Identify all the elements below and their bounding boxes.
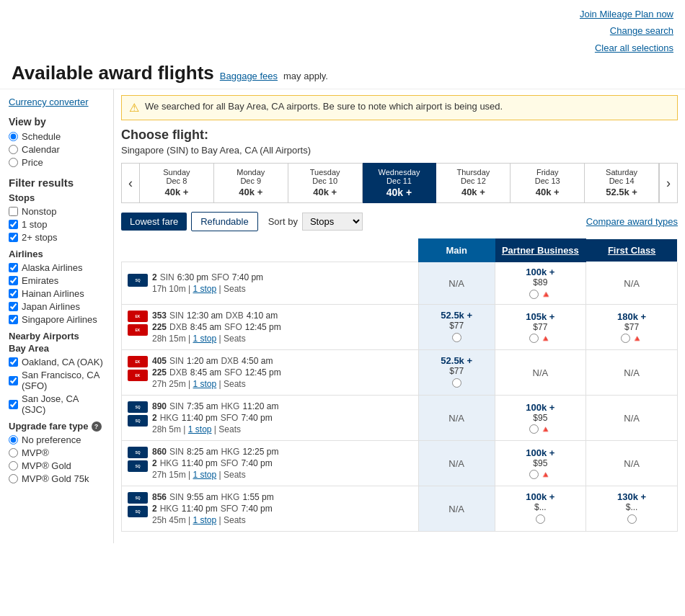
flight-meta-3: 27h 25m | 1 stop | Seats bbox=[152, 379, 281, 389]
price-str: 40k + bbox=[365, 187, 434, 198]
route-text: Singapore (SIN) to Bay Area, CA (All Air… bbox=[121, 145, 678, 156]
partner-price-6[interactable]: 100k + $... bbox=[495, 486, 586, 532]
radio-circle[interactable] bbox=[627, 514, 637, 524]
date-str: Dec 10 bbox=[291, 177, 360, 185]
baggage-fees-link[interactable]: Baggage fees bbox=[220, 71, 278, 81]
view-calendar[interactable]: Calendar bbox=[9, 144, 105, 155]
main-price-3[interactable]: 52.5k + $77 bbox=[418, 350, 495, 396]
airline-logo-sg7: SQ bbox=[128, 492, 148, 504]
th-first-class[interactable]: First Class bbox=[586, 239, 678, 262]
compare-award-types-link[interactable]: Compare award types bbox=[586, 216, 678, 227]
filter-1stop[interactable]: 1 stop bbox=[9, 219, 105, 230]
date-str: Dec 14 bbox=[587, 177, 656, 185]
view-schedule[interactable]: Schedule bbox=[9, 131, 105, 142]
radio-circle[interactable] bbox=[529, 424, 539, 434]
main-price-1: N/A bbox=[418, 262, 495, 305]
date-cell-thu[interactable]: Thursday Dec 12 40k + bbox=[436, 163, 511, 203]
date-cell-sat[interactable]: Saturday Dec 14 52.5k + bbox=[585, 163, 659, 203]
warning-text: We searched for all Bay Area, CA airport… bbox=[145, 101, 503, 112]
prev-date-arrow[interactable]: ‹ bbox=[121, 163, 140, 203]
upgrade-no-pref[interactable]: No preference bbox=[9, 434, 105, 445]
view-price[interactable]: Price bbox=[9, 157, 105, 168]
first-price-5: N/A bbox=[586, 441, 678, 486]
filter-oak[interactable]: Oakland, CA (OAK) bbox=[9, 357, 105, 367]
upgrade-mvp-gold[interactable]: MVP® Gold bbox=[9, 460, 105, 471]
flight-info-5: SQ SQ 860 SIN 8:25 am bbox=[122, 441, 419, 486]
partner-price-4[interactable]: 100k + $95 🔺 bbox=[495, 396, 586, 441]
th-main[interactable]: Main bbox=[418, 239, 495, 262]
radio-circle[interactable] bbox=[529, 334, 539, 343]
refundable-button[interactable]: Refundable bbox=[191, 212, 258, 231]
flight-details-6: 856 SIN 9:55 am HKG 1:55 pm 2 HKG 11:40 bbox=[152, 492, 274, 525]
flight-info-1: SQ 2 SIN 6:30 pm SFO 7:40 pm bbox=[122, 262, 419, 305]
flight-row-2: EK EK 353 SIN 12:30 am bbox=[122, 305, 678, 350]
upgrade-icon: 🔺 bbox=[540, 424, 551, 434]
flight-row-6: SQ SQ 856 SIN 9:55 am bbox=[122, 486, 678, 532]
airlines-label: Airlines bbox=[9, 249, 105, 259]
partner-price-5[interactable]: 100k + $95 🔺 bbox=[495, 441, 586, 486]
flight-row-3: EK EK 405 SIN 1:20 am bbox=[122, 350, 678, 396]
filter-singapore[interactable]: Singapore Airlines bbox=[9, 314, 105, 325]
filter-2plus-stops[interactable]: 2+ stops bbox=[9, 232, 105, 243]
info-icon[interactable]: ? bbox=[92, 421, 102, 432]
flight-info-6: SQ SQ 856 SIN 9:55 am bbox=[122, 486, 419, 532]
filter-sjc[interactable]: San Jose, CA (SJC) bbox=[9, 393, 105, 415]
radio-circle[interactable] bbox=[529, 470, 539, 479]
date-cell-mon[interactable]: Monday Dec 9 40k + bbox=[214, 163, 288, 203]
date-str: Dec 8 bbox=[142, 177, 211, 185]
airline-logo-sg3: SQ bbox=[128, 401, 148, 413]
airline-logo-sg6: SQ bbox=[128, 460, 148, 472]
date-cell-wed-active[interactable]: Wednesday Dec 11 40k + bbox=[363, 163, 437, 203]
stops-label: Stops bbox=[9, 192, 105, 203]
filters-row: Lowest fare Refundable Sort by Stops Pri… bbox=[121, 212, 678, 231]
day-name: Friday bbox=[513, 168, 582, 177]
filter-japan[interactable]: Japan Airlines bbox=[9, 301, 105, 312]
date-cell-fri[interactable]: Friday Dec 13 40k + bbox=[511, 163, 585, 203]
filter-results-title: Filter results bbox=[9, 177, 105, 189]
filter-nonstop[interactable]: Nonstop bbox=[9, 206, 105, 217]
th-partner-business[interactable]: Partner Business bbox=[495, 239, 586, 262]
upgrade-icon: 🔺 bbox=[632, 334, 642, 344]
main-price-6: N/A bbox=[418, 486, 495, 532]
first-price-2[interactable]: 180k + $77 🔺 bbox=[586, 305, 678, 350]
first-price-3: N/A bbox=[586, 350, 678, 396]
radio-circle[interactable] bbox=[452, 378, 461, 388]
radio-circle[interactable] bbox=[536, 514, 545, 524]
radio-circle[interactable] bbox=[621, 334, 630, 343]
first-price-4: N/A bbox=[586, 396, 678, 441]
filter-emirates[interactable]: Emirates bbox=[9, 275, 105, 286]
day-name: Wednesday bbox=[365, 168, 434, 177]
change-search-link[interactable]: Change search bbox=[12, 22, 673, 39]
join-mileage-link[interactable]: Join Mileage Plan now bbox=[12, 6, 673, 22]
radio-circle[interactable] bbox=[529, 290, 539, 299]
flight-meta-6: 25h 45m | 1 stop | Seats bbox=[152, 515, 274, 525]
radio-circle[interactable] bbox=[452, 333, 461, 342]
main-content: ⚠ We searched for all Bay Area, CA airpo… bbox=[114, 89, 685, 543]
nearby-airports-label: Nearby Airports bbox=[9, 331, 105, 342]
date-str: Dec 12 bbox=[438, 177, 508, 185]
date-cell-sun[interactable]: Sunday Dec 8 40k + bbox=[140, 163, 214, 203]
upgrade-mvp-gold-75k[interactable]: MVP® Gold 75k bbox=[9, 473, 105, 484]
flight-info-4: SQ SQ 890 SIN 7:35 am bbox=[122, 396, 419, 441]
date-navigation: ‹ Sunday Dec 8 40k + Monday Dec 9 40k + … bbox=[121, 163, 678, 203]
partner-price-1[interactable]: 100k + $89 🔺 bbox=[495, 262, 586, 305]
filter-hainan[interactable]: Hainan Airlines bbox=[9, 288, 105, 299]
lowest-fare-button[interactable]: Lowest fare bbox=[121, 213, 187, 231]
next-date-arrow[interactable]: › bbox=[659, 163, 678, 203]
main-price-5: N/A bbox=[418, 441, 495, 486]
filter-sfo[interactable]: San Francisco, CA (SFO) bbox=[9, 370, 105, 391]
main-price-4: N/A bbox=[418, 396, 495, 441]
price-str: 40k + bbox=[438, 187, 508, 197]
first-price-6[interactable]: 130k + $... bbox=[586, 486, 678, 532]
main-price-2[interactable]: 52.5k + $77 bbox=[418, 305, 495, 350]
flight-info-3: EK EK 405 SIN 1:20 am bbox=[122, 350, 419, 396]
date-cell-tue[interactable]: Tuesday Dec 10 40k + bbox=[288, 163, 363, 203]
partner-price-2[interactable]: 105k + $77 🔺 bbox=[495, 305, 586, 350]
sort-by-select[interactable]: Stops Price Duration bbox=[302, 213, 363, 231]
upgrade-mvp[interactable]: MVP® bbox=[9, 447, 105, 458]
clear-all-link[interactable]: Clear all selections bbox=[12, 40, 673, 56]
price-str: 52.5k + bbox=[587, 187, 656, 197]
currency-converter-link[interactable]: Currency converter bbox=[9, 97, 105, 107]
airline-logo-em1: EK bbox=[128, 311, 148, 322]
filter-alaska[interactable]: Alaska Airlines bbox=[9, 262, 105, 273]
